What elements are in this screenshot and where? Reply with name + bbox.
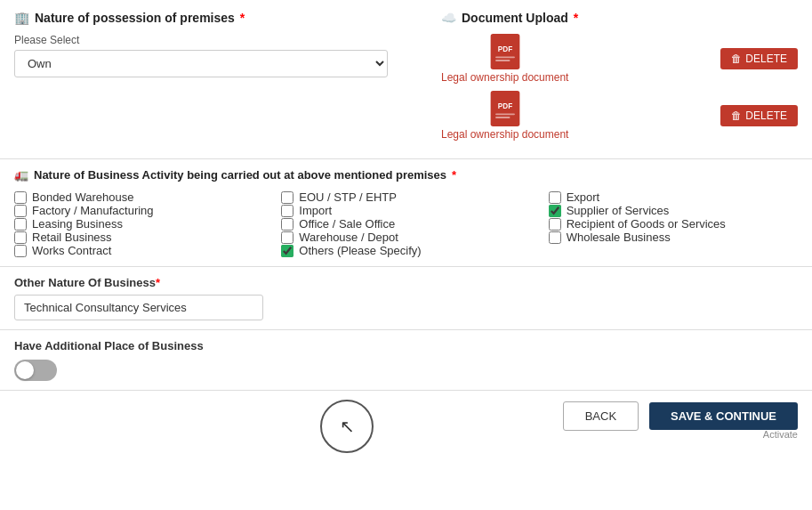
- checkbox-supplier: Supplier of Services: [549, 204, 798, 217]
- checkbox-col-2: EOU / STP / EHTP Import Office / Sale Of…: [281, 190, 530, 257]
- checkbox-retail: Retail Business: [14, 231, 263, 244]
- additional-place-section: Have Additional Place of Business: [0, 330, 812, 391]
- document-col: ☁️ Document Upload * PDF Legal ownership…: [441, 11, 798, 148]
- other-business-section: Other Nature Of Business*: [0, 267, 812, 330]
- cursor-icon: ↖: [340, 416, 355, 437]
- trash-icon-2: 🗑: [731, 109, 742, 122]
- cb-label-recipient: Recipient of Goods or Services: [567, 217, 726, 231]
- delete-btn-1[interactable]: 🗑 DELETE: [720, 48, 798, 69]
- svg-rect-7: [495, 117, 510, 118]
- possession-select[interactable]: Own Rented Leased Shared Others: [14, 50, 388, 77]
- svg-text:PDF: PDF: [498, 45, 512, 53]
- additional-place-label: Have Additional Place of Business: [14, 339, 798, 352]
- toggle-switch[interactable]: [14, 360, 57, 381]
- cb-label-factory: Factory / Manufacturing: [32, 204, 154, 217]
- svg-rect-6: [495, 113, 515, 115]
- other-business-input[interactable]: [14, 295, 263, 320]
- watermark-text: Activate: [763, 429, 798, 440]
- upload-icon: ☁️: [441, 11, 456, 25]
- checkbox-works-contract: Works Contract: [14, 244, 263, 257]
- cb-supplier[interactable]: [549, 205, 561, 217]
- possession-required: *: [240, 11, 245, 25]
- doc-link-1[interactable]: Legal ownership document: [441, 71, 568, 84]
- cb-warehouse[interactable]: [281, 231, 293, 244]
- cb-label-eou: EOU / STP / EHTP: [299, 190, 397, 204]
- cb-label-export: Export: [567, 190, 600, 204]
- truck-icon: 🚛: [14, 168, 28, 182]
- cb-label-wholesale: Wholesale Business: [567, 231, 671, 244]
- cb-factory[interactable]: [14, 205, 27, 217]
- doc-info-2: PDF Legal ownership document: [441, 91, 568, 141]
- business-required: *: [452, 168, 456, 182]
- cursor-indicator: ↖: [320, 400, 374, 453]
- svg-rect-3: [495, 60, 510, 61]
- document-header: ☁️ Document Upload *: [441, 11, 798, 25]
- svg-text:PDF: PDF: [498, 102, 512, 110]
- doc-link-2[interactable]: Legal ownership document: [441, 128, 568, 141]
- possession-col: 🏢 Nature of possession of premises * Ple…: [14, 11, 406, 148]
- save-continue-button[interactable]: SAVE & CONTINUE: [649, 402, 798, 430]
- checkbox-warehouse: Warehouse / Depot: [281, 231, 530, 244]
- checkbox-wholesale: Wholesale Business: [549, 231, 798, 244]
- cb-recipient[interactable]: [549, 218, 561, 231]
- cb-label-supplier: Supplier of Services: [567, 204, 670, 217]
- checkbox-export: Export: [549, 190, 798, 204]
- top-section: 🏢 Nature of possession of premises * Ple…: [0, 0, 812, 159]
- cb-office[interactable]: [281, 218, 293, 231]
- pdf-icon-1: PDF: [489, 34, 521, 69]
- delete-btn-2[interactable]: 🗑 DELETE: [720, 105, 798, 126]
- doc-info-1: PDF Legal ownership document: [441, 34, 568, 84]
- cb-wholesale[interactable]: [549, 231, 561, 244]
- checkbox-grid: Bonded Warehouse Factory / Manufacturing…: [14, 190, 798, 257]
- checkbox-factory: Factory / Manufacturing: [14, 204, 263, 217]
- cb-label-bonded-warehouse: Bonded Warehouse: [32, 190, 133, 204]
- business-section: 🚛 Nature of Business Activity being carr…: [0, 159, 812, 267]
- other-business-label: Other Nature Of Business*: [14, 276, 798, 289]
- cb-label-retail: Retail Business: [32, 231, 112, 244]
- cb-label-works-contract: Works Contract: [32, 244, 111, 257]
- building-icon: 🏢: [14, 11, 29, 25]
- checkbox-bonded-warehouse: Bonded Warehouse: [14, 190, 263, 204]
- svg-rect-2: [495, 56, 515, 58]
- cb-eou[interactable]: [281, 191, 293, 204]
- document-required: *: [574, 11, 578, 25]
- cb-label-warehouse: Warehouse / Depot: [299, 231, 398, 244]
- cb-bonded-warehouse[interactable]: [14, 191, 27, 204]
- cb-label-import: Import: [299, 204, 332, 217]
- pdf-icon-2: PDF: [489, 91, 521, 126]
- checkbox-import: Import: [281, 204, 530, 217]
- footer-section: ↖ BACK SAVE & CONTINUE Activate: [0, 391, 812, 441]
- checkbox-eou: EOU / STP / EHTP: [281, 190, 530, 204]
- toggle-knob: [16, 361, 34, 379]
- trash-icon-1: 🗑: [731, 53, 742, 65]
- possession-header: 🏢 Nature of possession of premises *: [14, 11, 406, 25]
- cb-import[interactable]: [281, 205, 293, 217]
- doc-row-1: PDF Legal ownership document 🗑 DELETE: [441, 34, 798, 84]
- cb-export[interactable]: [549, 191, 561, 204]
- cb-others[interactable]: [281, 245, 293, 257]
- checkbox-recipient: Recipient of Goods or Services: [549, 217, 798, 231]
- cb-works-contract[interactable]: [14, 245, 27, 257]
- checkbox-col-3: Export Supplier of Services Recipient of…: [549, 190, 798, 257]
- cb-label-leasing: Leasing Business: [32, 217, 123, 231]
- cb-label-others: Others (Please Specify): [299, 244, 421, 257]
- doc-row-2: PDF Legal ownership document 🗑 DELETE: [441, 91, 798, 141]
- checkbox-office: Office / Sale Office: [281, 217, 530, 231]
- possession-label: Please Select: [14, 34, 406, 46]
- back-button[interactable]: BACK: [563, 401, 639, 431]
- checkbox-others: Others (Please Specify): [281, 244, 530, 257]
- cb-label-office: Office / Sale Office: [299, 217, 395, 231]
- cb-leasing[interactable]: [14, 218, 27, 231]
- checkbox-col-1: Bonded Warehouse Factory / Manufacturing…: [14, 190, 263, 257]
- business-header: 🚛 Nature of Business Activity being carr…: [14, 168, 798, 182]
- cb-retail[interactable]: [14, 231, 27, 244]
- checkbox-leasing: Leasing Business: [14, 217, 263, 231]
